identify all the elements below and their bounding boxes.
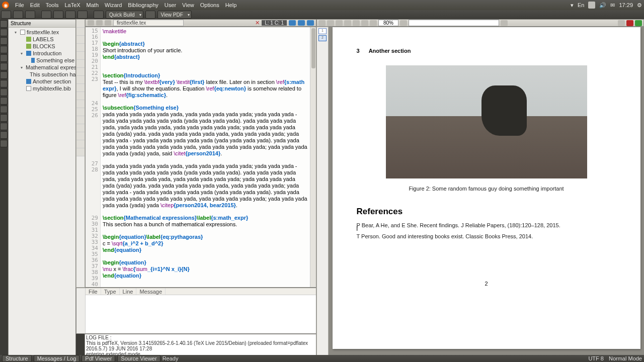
tree-node[interactable]: mybibtexfile.bib [10, 85, 74, 92]
new-button[interactable] [1, 11, 11, 19]
tree-node[interactable]: BLOCKS [10, 43, 74, 50]
tab-structure[interactable]: Structure [2, 355, 32, 362]
gear-icon[interactable]: ⚙ [637, 2, 642, 9]
inf-icon[interactable] [76, 140, 85, 148]
center-align-icon[interactable] [76, 52, 85, 60]
menu-latex[interactable]: LaTeX [64, 2, 80, 8]
zoom-dropdown-icon[interactable] [400, 20, 407, 26]
prod-icon[interactable] [76, 124, 85, 132]
bold-icon[interactable] [76, 20, 85, 28]
tab-sourceviewer[interactable]: Source Viewer [117, 355, 160, 362]
menu-wizard[interactable]: Wizard [105, 2, 122, 8]
save-button[interactable] [25, 11, 35, 19]
pdf-extern-icon[interactable] [626, 20, 633, 26]
paragraph-icon[interactable] [0, 54, 8, 62]
greek-icon[interactable] [76, 148, 85, 156]
source-editor[interactable]: 151617181920212223 242526 2728 293031323… [85, 27, 316, 288]
pdf-fit-icon[interactable] [344, 20, 351, 26]
ref-icon[interactable] [0, 71, 8, 79]
bookmark1-icon[interactable] [289, 20, 296, 26]
tree-node[interactable]: This subsection has [10, 71, 74, 78]
item-icon[interactable] [0, 106, 8, 113]
sum-icon[interactable] [76, 108, 85, 116]
zoom-field[interactable]: 80% [378, 20, 398, 26]
tab-pdfviewer[interactable]: Pdf Viewer [82, 355, 115, 362]
lim-icon[interactable] [76, 132, 85, 140]
pdf-print-icon[interactable] [618, 20, 625, 26]
view-combo[interactable]: View PDF [157, 11, 192, 19]
undo-button[interactable] [41, 11, 51, 19]
menu-math[interactable]: Math [87, 2, 99, 8]
cite-icon[interactable] [0, 80, 8, 87]
description-icon[interactable] [0, 131, 8, 139]
build-combo[interactable]: Quick Build [106, 11, 143, 19]
tree-node[interactable]: ▾Mathematical expres [10, 64, 74, 71]
menu-bibliography[interactable]: Bibliography [128, 2, 158, 8]
tree-node[interactable]: LABELS [10, 36, 74, 43]
menu-tools[interactable]: Tools [46, 2, 59, 8]
pdf-zoomout-icon[interactable] [353, 20, 360, 26]
menu-user[interactable]: User [165, 2, 176, 8]
newline-icon[interactable] [76, 68, 85, 76]
tree-node[interactable]: ▾Introduction [10, 50, 74, 57]
footnote-icon[interactable] [0, 88, 8, 96]
pdf-rotate-icon[interactable] [370, 20, 377, 26]
mail-icon[interactable]: ✉ [610, 2, 615, 9]
sqrt-icon[interactable] [76, 84, 85, 92]
menu-view[interactable]: View [182, 2, 194, 8]
open-button[interactable] [13, 11, 23, 19]
lang-indicator[interactable]: En [578, 2, 584, 8]
editor-scrollbar[interactable] [310, 27, 316, 287]
int-icon[interactable] [76, 116, 85, 124]
tree-node[interactable]: ▾firsttexfile.tex [10, 29, 74, 36]
pdf-viewer[interactable]: 3Another section Figure 2: Some random f… [329, 27, 644, 358]
right-align-icon[interactable] [76, 60, 85, 68]
left-align-icon[interactable] [76, 44, 85, 52]
frac-icon[interactable] [76, 76, 85, 84]
code-area[interactable]: \maketitle \begin{abstract} Short introd… [101, 27, 310, 287]
tab-messages[interactable]: Messages / Log [34, 355, 80, 362]
thumb-page-1[interactable]: 1 [318, 28, 327, 34]
pdf-toggle-icon[interactable] [318, 20, 326, 26]
tab-prev-icon[interactable] [96, 20, 103, 26]
tab-next-icon[interactable] [105, 20, 111, 26]
current-file-combo[interactable]: firsttexfile.tex [113, 20, 184, 26]
cut-button[interactable] [77, 11, 88, 19]
redo-button[interactable] [53, 11, 63, 19]
tree-node[interactable]: Something else [10, 57, 74, 64]
battery-icon[interactable] [588, 2, 595, 9]
clock[interactable]: 17:29 [619, 2, 633, 8]
section-icon[interactable] [0, 37, 8, 45]
pdf-close-icon[interactable] [635, 20, 642, 26]
sub-icon[interactable] [76, 100, 85, 108]
menu-file[interactable]: File [15, 2, 24, 8]
pdf-down-icon[interactable] [336, 20, 343, 26]
index-icon[interactable] [0, 97, 8, 105]
sup-icon[interactable] [76, 92, 85, 100]
itemize-icon[interactable] [0, 114, 8, 122]
bookmark2-icon[interactable] [298, 20, 305, 26]
part-icon[interactable] [0, 20, 8, 28]
chapter-icon[interactable] [0, 29, 8, 36]
log-panel[interactable]: LOG FILE :This is pdfTeX, Version 3.1415… [85, 334, 316, 358]
bookmark3-icon[interactable] [307, 20, 314, 26]
pdf-up-icon[interactable] [327, 20, 334, 26]
tree-node[interactable]: Another section [10, 78, 74, 85]
thumb-page-2[interactable]: 2 [318, 35, 327, 41]
menu-help[interactable]: Help [225, 2, 237, 8]
build-button[interactable] [94, 11, 104, 19]
subsection-icon[interactable] [0, 46, 8, 53]
view-button[interactable] [145, 11, 155, 19]
enumerate-icon[interactable] [0, 123, 8, 130]
volume-icon[interactable]: 🔊 [599, 2, 606, 9]
menu-options[interactable]: Options [200, 2, 219, 8]
label-icon[interactable] [0, 63, 8, 70]
close-file-icon[interactable]: ✕ [255, 20, 260, 26]
italic-icon[interactable] [76, 28, 85, 36]
menu-edit[interactable]: Edit [30, 2, 40, 8]
pdf-find-icon[interactable] [501, 20, 508, 26]
wifi-icon[interactable]: ▾ [571, 2, 574, 9]
tab-menu-icon[interactable] [88, 20, 94, 26]
underline-icon[interactable] [76, 36, 85, 44]
pdf-search-input[interactable] [409, 20, 499, 26]
